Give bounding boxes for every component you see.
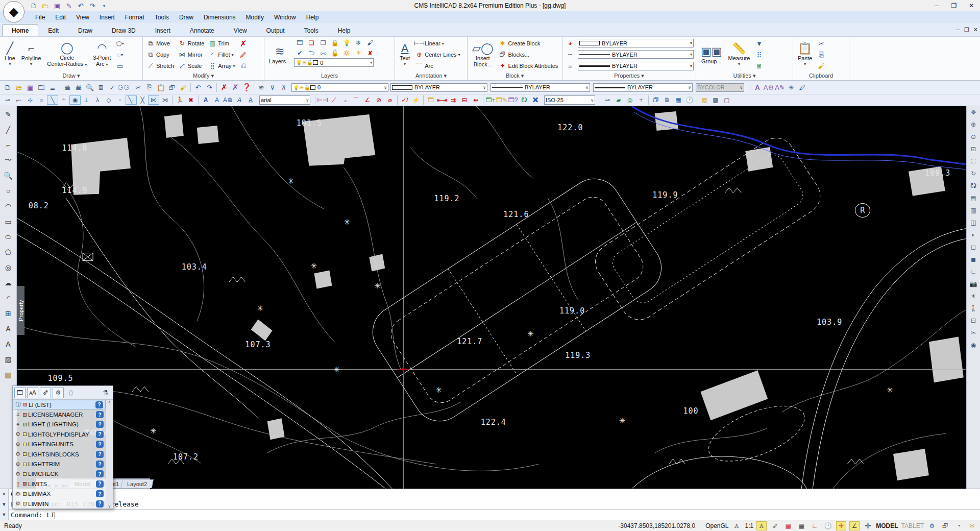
doc-minimize-icon[interactable]: ─ bbox=[956, 27, 960, 33]
menu-item[interactable]: View bbox=[71, 13, 94, 22]
layer-delete-icon[interactable]: ✘ bbox=[364, 48, 376, 58]
open-icon[interactable]: 🗁 bbox=[13, 82, 24, 92]
fillet-button[interactable]: ◜Fillet▾ bbox=[207, 50, 236, 60]
layer-prev-icon2[interactable]: ⊼ bbox=[278, 82, 289, 92]
layer-manager-icon[interactable]: 🗔 bbox=[294, 38, 305, 47]
new-icon[interactable]: 🗋 bbox=[2, 82, 13, 92]
ribbon-tab[interactable]: Tools bbox=[295, 25, 328, 36]
layers-panel-label[interactable]: Layers bbox=[264, 73, 395, 80]
popup-command-item[interactable]: ▯ LIMITS ? bbox=[13, 479, 106, 489]
audit-icon[interactable]: 🗎 bbox=[753, 61, 765, 71]
prompt-dropdown-icon[interactable]: ▼ bbox=[2, 510, 7, 520]
menu-item[interactable]: Insert bbox=[95, 13, 119, 22]
snap-center-icon[interactable]: ◉ bbox=[69, 95, 81, 105]
snap-nearest-icon[interactable]: ╳ bbox=[137, 95, 148, 105]
text-tool-icon[interactable]: A bbox=[2, 323, 15, 335]
page-setup-icon[interactable]: 🗏 bbox=[95, 82, 107, 92]
export-acis-icon[interactable]: 🗔 bbox=[36, 82, 47, 92]
linetype-combo[interactable]: BYLAYER∨ bbox=[491, 83, 590, 92]
dim-radius-icon[interactable]: ⊘ bbox=[373, 95, 384, 105]
annotation-panel-label[interactable]: Annotation ▾ bbox=[395, 73, 467, 80]
pencil-icon[interactable]: ✎ bbox=[2, 108, 15, 120]
popup-command-item[interactable]: ⚙ LIMCHECK ? bbox=[13, 469, 106, 479]
ucs-icon[interactable]: ∟ bbox=[968, 267, 979, 277]
sun-view-icon[interactable]: ☀ bbox=[968, 291, 979, 301]
snap-from-icon[interactable]: ⌐· bbox=[13, 95, 24, 105]
ribbon-tab[interactable]: Edit bbox=[38, 25, 68, 36]
text-under-icon[interactable]: A bbox=[245, 95, 256, 105]
cut-icon2[interactable]: ✂ bbox=[133, 82, 144, 92]
cut-icon[interactable]: ✂ bbox=[816, 38, 827, 49]
erase-icon[interactable]: ✗ bbox=[238, 38, 249, 49]
menu-item[interactable]: Help bbox=[302, 13, 324, 22]
donut-icon[interactable]: ◎ bbox=[624, 95, 635, 105]
layer-match-icon[interactable]: 🖌 bbox=[364, 38, 376, 47]
command-help-button[interactable]: ? bbox=[96, 431, 104, 438]
zoom-tool-icon[interactable]: 🔍 bbox=[2, 170, 15, 182]
status-model[interactable]: MODEL bbox=[876, 522, 898, 529]
popup-cut-window-icon[interactable]: 🗞 bbox=[40, 388, 51, 398]
point-style-icon[interactable]: ⊸ bbox=[602, 95, 613, 105]
snap-node-icon[interactable]: ╲· bbox=[126, 95, 137, 105]
command-help-button[interactable]: ? bbox=[96, 470, 104, 477]
dim-break-icon[interactable]: ⊟ bbox=[459, 95, 470, 105]
copy-clip-icon[interactable]: ⎘ bbox=[816, 50, 827, 60]
point-icon[interactable]: + bbox=[635, 95, 647, 105]
redo-icon[interactable]: ↷ bbox=[87, 1, 97, 10]
table-tool-icon[interactable]: ▦ bbox=[2, 369, 15, 381]
save-icon2[interactable]: ▣ bbox=[24, 82, 36, 92]
walk-icon[interactable]: 🚶 bbox=[968, 303, 979, 313]
section-icon[interactable]: ⊟ bbox=[968, 316, 979, 326]
layers-button[interactable]: ≋Layers... bbox=[266, 38, 293, 71]
text-style-icon[interactable]: A bbox=[752, 82, 763, 92]
ribbon-tab[interactable]: Help bbox=[328, 25, 360, 36]
layer-prev-icon[interactable]: ⮌ bbox=[306, 48, 317, 58]
close-command-icon[interactable]: ✕ bbox=[2, 489, 6, 499]
line-tool-icon[interactable]: ╱ bbox=[2, 124, 15, 136]
menu-item[interactable]: Format bbox=[120, 13, 149, 22]
ribbon-layer-select[interactable]: 💡 ☀ 🔓 0▾ bbox=[294, 58, 374, 67]
esnap-toggle-icon[interactable]: 🜛 bbox=[756, 521, 767, 530]
status-renderer[interactable]: OpenGL bbox=[705, 522, 728, 529]
filter-icon[interactable]: ▼ bbox=[753, 38, 765, 49]
copy-icon2[interactable]: ⎘ bbox=[144, 82, 155, 92]
color-select[interactable]: BYLAYER▾ bbox=[578, 39, 694, 47]
spline-tool-icon[interactable]: 〜 bbox=[2, 154, 15, 166]
menu-item[interactable]: Window bbox=[270, 13, 301, 22]
dimension-linear-button[interactable]: ⊢⊣Linear▾ bbox=[413, 38, 461, 49]
format-painter-icon[interactable]: 🖌 bbox=[816, 61, 827, 71]
paste-icon2[interactable]: 📋 bbox=[155, 82, 166, 92]
dim-edit-icon[interactable]: 🗖 bbox=[425, 95, 436, 105]
zoom-out-icon[interactable]: ⊖ bbox=[968, 132, 979, 142]
popup-command-item[interactable]: ⌗ LICENSEMANAGER ? bbox=[13, 409, 106, 419]
dim-update-icon[interactable]: 🗘 bbox=[519, 95, 530, 105]
line-button[interactable]: ╱Line▾ bbox=[2, 38, 18, 71]
save-as-icon[interactable]: ✎ bbox=[64, 1, 74, 10]
minimize-button[interactable]: ─ bbox=[928, 1, 945, 11]
circle-button[interactable]: ◯CircleCenter-Radius ▾ bbox=[44, 38, 89, 71]
popup-command-item[interactable]: ⚙ LIMMIN ? bbox=[13, 499, 106, 509]
command-help-button[interactable]: ? bbox=[96, 411, 104, 418]
dim-style-new-icon[interactable]: 🗔+ bbox=[485, 95, 496, 105]
arc-button[interactable]: ◠3-PointArc ▾ bbox=[90, 38, 113, 71]
center-lines-button[interactable]: ⊕Center Lines▾ bbox=[413, 50, 461, 60]
ribbon-tab[interactable]: Insert bbox=[145, 25, 180, 36]
angle-toggle-icon[interactable]: ∠ bbox=[849, 521, 860, 530]
edit-block-attributes-button[interactable]: ✦Edit Block Attributes bbox=[497, 61, 560, 71]
dim-arc-icon[interactable]: ⌒ bbox=[351, 95, 362, 105]
snap-settings-icon[interactable]: ⋊ bbox=[159, 95, 170, 105]
sheet-tab[interactable]: Layout2 bbox=[120, 479, 154, 488]
ribbon-tab[interactable]: View bbox=[224, 25, 257, 36]
paste-button[interactable]: 📋Paste▾ bbox=[795, 38, 815, 71]
ribbon-tab[interactable]: Home bbox=[2, 25, 38, 36]
snap-perpendicular-icon[interactable]: ⊥ bbox=[81, 95, 92, 105]
block-tool-icon[interactable]: ⊞ bbox=[2, 307, 15, 320]
snap-tracking-icon[interactable]: ⊸ bbox=[2, 95, 13, 105]
popup-gear-icon[interactable]: ⚙ bbox=[53, 388, 64, 398]
lineweight-combo[interactable]: BYLAYER∨ bbox=[593, 83, 693, 92]
menu-item[interactable]: Draw bbox=[175, 13, 198, 22]
properties-panel-label[interactable]: Properties ▾ bbox=[562, 73, 696, 80]
region-icon[interactable]: ▩ bbox=[710, 95, 721, 105]
undo-icon2[interactable]: ↶ bbox=[192, 82, 204, 92]
dim-style-cmp-icon[interactable]: 🗔? bbox=[507, 95, 519, 105]
